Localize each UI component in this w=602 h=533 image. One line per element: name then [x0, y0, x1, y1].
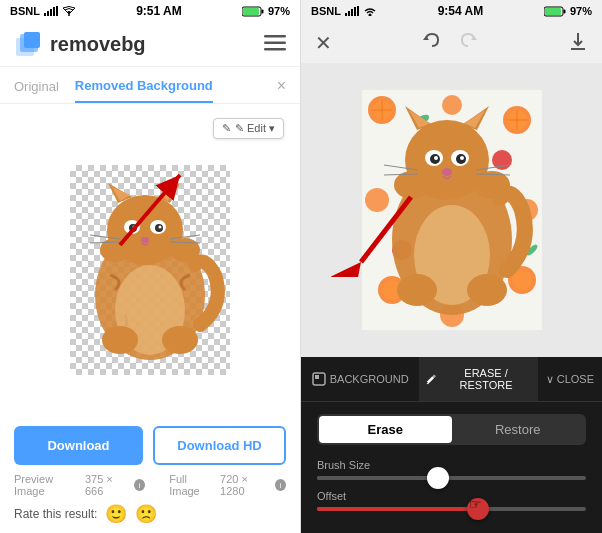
svg-rect-11 — [24, 32, 40, 48]
brush-size-track[interactable] — [317, 476, 586, 480]
full-size: 720 × 1280 — [220, 473, 272, 497]
right-status-right: 97% — [544, 5, 592, 17]
redo-icon[interactable] — [458, 30, 478, 55]
edit-button[interactable]: ✎ ✎ Edit ▾ — [213, 118, 284, 139]
svg-marker-48 — [471, 36, 477, 40]
tab-close-icon[interactable]: × — [277, 77, 286, 103]
right-image-area — [301, 63, 602, 357]
svg-point-27 — [141, 237, 149, 243]
svg-rect-41 — [354, 7, 356, 16]
battery-icon-left — [242, 6, 264, 17]
left-battery: 97% — [268, 5, 290, 17]
svg-rect-42 — [357, 6, 359, 16]
svg-point-82 — [434, 156, 438, 160]
svg-point-86 — [394, 171, 430, 199]
close-label: CLOSE — [557, 373, 594, 385]
offset-row: Offset ☞ — [317, 490, 586, 511]
erase-restore-buttons: Erase Restore — [317, 414, 586, 445]
restore-button[interactable]: Restore — [452, 416, 585, 443]
svg-point-31 — [102, 326, 138, 354]
bottom-toolbar: BACKGROUND ERASE / RESTORE ∨ CLOSE Erase… — [301, 357, 602, 533]
tab-original[interactable]: Original — [14, 79, 59, 102]
svg-point-29 — [100, 238, 130, 262]
toolbar-content: Erase Restore Brush Size Offset ☞ — [301, 402, 602, 533]
background-tab-icon — [312, 372, 326, 386]
svg-rect-7 — [261, 9, 263, 13]
hand-cursor-icon: ☞ — [469, 496, 482, 512]
preview-info: Preview Image 375 × 666 i — [14, 473, 145, 497]
download-buttons: Download Download HD — [14, 426, 286, 465]
svg-point-25 — [133, 226, 136, 229]
edit-label: ✎ Edit ▾ — [235, 122, 275, 135]
edit-icon: ✎ — [222, 122, 231, 135]
svg-rect-46 — [545, 8, 561, 15]
right-panel: BSNL 9:54 AM 97% ✕ — [301, 0, 602, 533]
svg-point-89 — [467, 274, 507, 306]
right-status-bar: BSNL 9:54 AM 97% — [301, 0, 602, 22]
svg-point-26 — [159, 226, 162, 229]
svg-rect-1 — [47, 11, 49, 16]
svg-rect-12 — [264, 35, 286, 38]
offset-label: Offset — [317, 490, 586, 502]
svg-rect-38 — [345, 13, 347, 16]
right-time: 9:54 AM — [438, 4, 484, 18]
right-signal-icon — [345, 6, 359, 16]
image-info: Preview Image 375 × 666 i Full Image 720… — [14, 473, 286, 497]
sad-emoji[interactable]: 🙁 — [135, 503, 157, 525]
toolbar-tabs: BACKGROUND ERASE / RESTORE ∨ CLOSE — [301, 357, 602, 402]
svg-point-43 — [368, 14, 371, 17]
image-preview-area: ✎ ✎ Edit ▾ — [0, 104, 300, 416]
download-hd-button[interactable]: Download HD — [153, 426, 286, 465]
cat-on-background — [362, 90, 542, 330]
logo-icon — [14, 30, 42, 58]
left-carrier: BSNL — [10, 5, 40, 17]
svg-rect-13 — [264, 41, 286, 44]
erase-button[interactable]: Erase — [319, 416, 452, 443]
menu-button[interactable] — [264, 33, 286, 56]
svg-rect-14 — [264, 48, 286, 51]
preview-label: Preview Image — [14, 473, 82, 497]
svg-point-88 — [397, 274, 437, 306]
brush-size-fill — [317, 476, 438, 480]
chevron-down-icon: ∨ — [546, 373, 554, 386]
brush-size-row: Brush Size — [317, 459, 586, 480]
download-button[interactable]: Download — [14, 426, 143, 465]
right-header-icons — [422, 30, 478, 55]
right-header: ✕ — [301, 22, 602, 63]
bottom-area: Download Download HD Preview Image 375 ×… — [0, 416, 300, 533]
offset-fill — [317, 507, 478, 511]
svg-rect-2 — [50, 9, 52, 16]
svg-point-84 — [442, 168, 452, 176]
svg-point-5 — [68, 14, 70, 16]
svg-rect-4 — [56, 6, 58, 16]
close-icon[interactable]: ✕ — [315, 31, 332, 55]
signal-icon — [44, 6, 58, 16]
erase-restore-tab[interactable]: ERASE / RESTORE — [419, 357, 537, 401]
svg-rect-8 — [243, 8, 259, 15]
svg-rect-3 — [53, 7, 55, 16]
right-carrier: BSNL — [311, 5, 341, 17]
download-icon[interactable] — [568, 31, 588, 55]
svg-point-83 — [460, 156, 464, 160]
brush-size-thumb[interactable] — [427, 467, 449, 489]
battery-icon-right — [544, 6, 566, 17]
logo-text: removebg — [50, 33, 146, 56]
offset-track[interactable]: ☞ — [317, 507, 586, 511]
tab-removed[interactable]: Removed Background — [75, 78, 213, 103]
right-status-left: BSNL — [311, 5, 377, 17]
cat-image — [70, 165, 230, 375]
left-status-bar: BSNL 9:51 AM 97% — [0, 0, 300, 22]
background-tab[interactable]: BACKGROUND — [301, 357, 419, 401]
erase-restore-tab-label: ERASE / RESTORE — [440, 367, 531, 391]
left-header: removebg — [0, 22, 300, 67]
offset-thumb[interactable]: ☞ — [467, 498, 489, 520]
right-wifi-icon — [363, 6, 377, 16]
view-tabs: Original Removed Background × — [0, 67, 300, 104]
svg-marker-47 — [423, 36, 429, 40]
rate-area: Rate this result: 🙂 🙁 — [14, 503, 286, 525]
close-tab[interactable]: ∨ CLOSE — [538, 357, 602, 401]
cat-image-container — [70, 165, 230, 375]
left-time: 9:51 AM — [136, 4, 182, 18]
undo-icon[interactable] — [422, 30, 442, 55]
happy-emoji[interactable]: 🙂 — [105, 503, 127, 525]
